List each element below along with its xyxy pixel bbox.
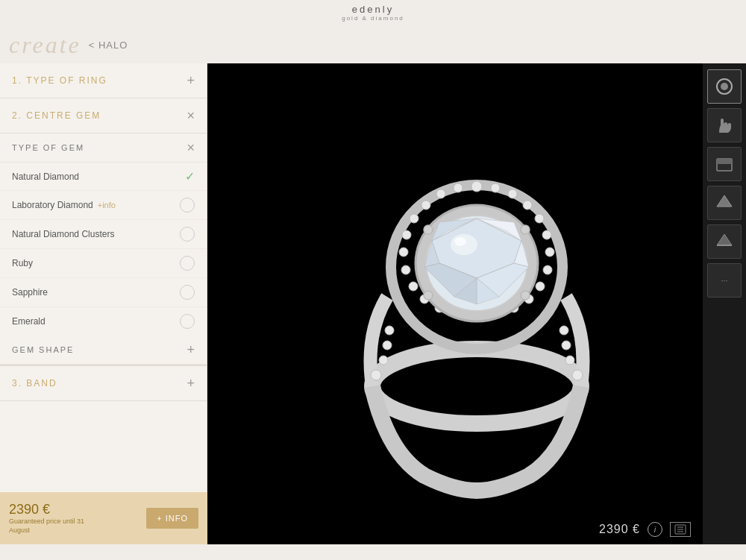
- gem-options-list: Natural Diamond ✓ Laboratory Diamond +in…: [0, 163, 207, 336]
- ring-display: ··· 2390 € i: [207, 63, 746, 544]
- gem-radio-sapphire: [180, 285, 195, 300]
- price-footer: 2390 € Guaranteed price until 31 August …: [0, 492, 207, 544]
- brand-tagline: gold & diamond: [342, 16, 404, 22]
- gem-radio-emerald: [180, 314, 195, 329]
- gem-radio-lab-diamond: [180, 198, 195, 213]
- svg-point-11: [491, 183, 500, 192]
- svg-point-31: [421, 201, 430, 210]
- section-2-toggle-icon: ×: [186, 109, 195, 122]
- section-3-toggle-icon: +: [186, 377, 195, 390]
- gem-option-emerald[interactable]: Emerald: [0, 307, 207, 336]
- gem-label-lab-diamond: Laboratory Diamond +info: [12, 200, 116, 210]
- thumb-detail[interactable]: ···: [707, 263, 742, 298]
- ring-display-price: 2390 €: [599, 523, 640, 536]
- gem-option-clusters[interactable]: Natural Diamond Clusters: [0, 220, 207, 249]
- svg-point-48: [521, 225, 530, 234]
- svg-point-28: [399, 248, 408, 257]
- right-panel: ···: [703, 63, 746, 544]
- ring-bottom-bar: 2390 € i: [207, 515, 703, 544]
- svg-rect-54: [717, 159, 732, 164]
- ring-info-circle[interactable]: i: [648, 522, 662, 537]
- sidebar: 1. TYPE OF RING + 2. CENTRE GEM × TYPE O…: [0, 63, 207, 544]
- thumb-angle2-icon: [713, 230, 736, 253]
- svg-point-5: [572, 370, 583, 380]
- thumb-box[interactable]: [707, 147, 742, 181]
- svg-point-2: [379, 356, 388, 365]
- info-button[interactable]: + INFO: [146, 508, 198, 529]
- svg-point-15: [542, 230, 551, 239]
- gem-label-emerald: Emerald: [12, 316, 46, 327]
- page-header: create < HALO: [0, 27, 746, 63]
- svg-point-30: [410, 214, 419, 223]
- share-icon-svg: [674, 524, 686, 535]
- svg-point-12: [508, 189, 517, 198]
- gem-type-close-icon: ×: [186, 141, 195, 154]
- gem-label-clusters: Natural Diamond Clusters: [12, 229, 114, 239]
- gem-label-sapphire: Sapphire: [12, 287, 48, 298]
- section-centre-gem: 2. CENTRE GEM × TYPE OF GEM × Natural Di…: [0, 98, 207, 365]
- ring-image-container: [207, 63, 746, 544]
- gem-shape-toggle-icon: +: [186, 343, 195, 356]
- gem-label-natural-diamond: Natural Diamond: [12, 172, 79, 182]
- price-value: 2390 €: [9, 502, 140, 517]
- gem-radio-clusters: [180, 227, 195, 242]
- svg-marker-55: [717, 195, 732, 207]
- svg-point-3: [383, 341, 392, 350]
- svg-point-46: [454, 237, 466, 246]
- section-centre-gem-header[interactable]: 2. CENTRE GEM ×: [0, 98, 207, 133]
- thumb-hand[interactable]: [707, 108, 742, 142]
- thumb-ring-front[interactable]: [707, 69, 742, 104]
- brand-logo: edenly gold & diamond: [342, 4, 404, 22]
- section-type-of-ring[interactable]: 1. TYPE OF RING +: [0, 63, 207, 98]
- price-info: 2390 € Guaranteed price until 31 August: [9, 502, 140, 535]
- brand-name: edenly: [352, 4, 394, 15]
- svg-point-32: [436, 189, 445, 198]
- thumb-angle1-icon: [713, 192, 736, 214]
- svg-point-50: [521, 291, 530, 300]
- thumb-detail-label: ···: [721, 276, 727, 285]
- main-layout: 1. TYPE OF RING + 2. CENTRE GEM × TYPE O…: [0, 63, 746, 544]
- svg-point-16: [545, 248, 554, 257]
- svg-point-10: [471, 181, 482, 192]
- gem-radio-ruby: [180, 256, 195, 271]
- svg-point-1: [371, 370, 381, 380]
- svg-point-52: [721, 83, 728, 90]
- gem-shape-subsection-header[interactable]: GEM SHAPE +: [0, 336, 207, 365]
- svg-point-13: [523, 201, 532, 210]
- svg-point-26: [409, 282, 418, 291]
- price-guarantee: Guaranteed price until 31 August: [9, 517, 140, 535]
- section-1-title: 1. TYPE OF RING: [12, 75, 107, 86]
- share-icon[interactable]: [670, 522, 691, 537]
- section-1-toggle-icon: +: [186, 74, 195, 87]
- thumb-ring-front-icon: [713, 75, 736, 98]
- thumb-box-icon: [713, 153, 736, 175]
- gem-option-natural-diamond[interactable]: Natural Diamond ✓: [0, 163, 207, 191]
- thumb-angle1[interactable]: [707, 186, 742, 220]
- svg-point-47: [424, 225, 433, 234]
- gem-option-ruby[interactable]: Ruby: [0, 249, 207, 278]
- svg-point-27: [401, 265, 410, 274]
- thumb-hand-icon: [713, 114, 736, 136]
- gem-type-title: TYPE OF GEM: [12, 143, 84, 152]
- gem-shape-title: GEM SHAPE: [12, 345, 74, 354]
- svg-marker-56: [717, 234, 732, 245]
- svg-point-8: [560, 326, 568, 335]
- gem-selected-check-icon: ✓: [185, 169, 195, 183]
- svg-point-7: [562, 341, 571, 350]
- section-2-title: 2. CENTRE GEM: [12, 110, 101, 121]
- back-label[interactable]: < HALO: [89, 40, 128, 51]
- gem-type-subsection-header[interactable]: TYPE OF GEM ×: [0, 133, 207, 163]
- thumb-angle2[interactable]: [707, 224, 742, 259]
- svg-point-49: [424, 291, 433, 300]
- ring-svg: [268, 95, 686, 513]
- svg-point-6: [565, 356, 574, 365]
- svg-point-4: [385, 326, 394, 335]
- lab-diamond-info-link[interactable]: +info: [98, 201, 116, 210]
- svg-point-14: [535, 214, 544, 223]
- top-bar: edenly gold & diamond: [0, 0, 746, 27]
- svg-point-29: [402, 230, 411, 239]
- gem-option-lab-diamond[interactable]: Laboratory Diamond +info: [0, 191, 207, 220]
- gem-option-sapphire[interactable]: Sapphire: [0, 278, 207, 307]
- section-band[interactable]: 3. BAND +: [0, 365, 207, 401]
- svg-point-18: [536, 282, 545, 291]
